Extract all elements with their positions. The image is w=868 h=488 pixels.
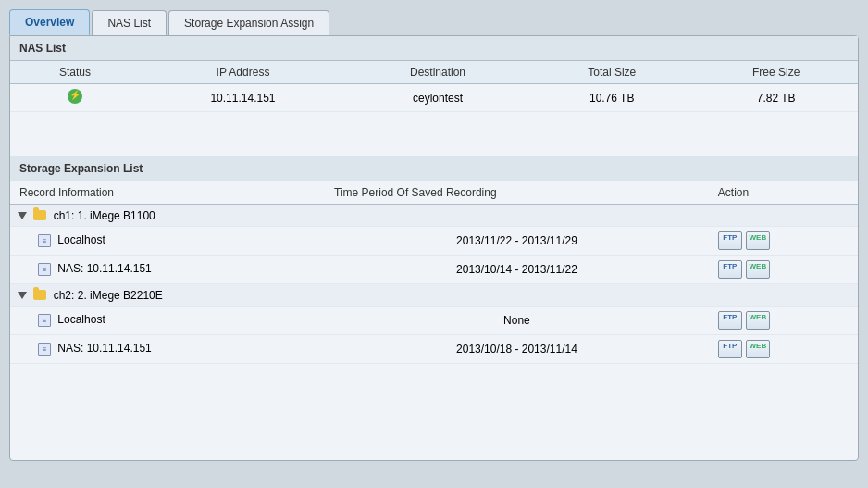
web-button[interactable]: WEB xyxy=(746,231,770,250)
nas-destination: ceylontest xyxy=(346,84,529,112)
child-record-name: Localhost xyxy=(57,313,105,326)
tab-bar: Overview NAS List Storage Expansion Assi… xyxy=(9,9,859,35)
storage-group-row: ch2: 2. iMege B2210E xyxy=(10,283,858,306)
storage-scroll[interactable]: Record Information Time Period Of Saved … xyxy=(10,181,858,394)
col-ip: IP Address xyxy=(140,61,346,84)
ftp-button[interactable]: FTP xyxy=(718,340,742,358)
doc-icon: ≡ xyxy=(38,234,51,247)
action-icons: FTP WEB xyxy=(718,231,849,250)
nas-list-section: NAS List Status IP Address Destination T… xyxy=(10,36,858,156)
child-record-cell: ≡ NAS: 10.11.14.151 xyxy=(10,255,325,283)
child-action-cell: FTP WEB xyxy=(709,255,858,283)
col-total-size: Total Size xyxy=(529,61,694,84)
tab-storage-expansion-assign[interactable]: Storage Expansion Assign xyxy=(168,10,329,35)
child-time-period: None xyxy=(325,306,709,334)
doc-icon: ≡ xyxy=(38,343,51,356)
action-icons: FTP WEB xyxy=(718,311,849,330)
ftp-button[interactable]: FTP xyxy=(718,260,742,279)
group-name: ch1: 1. iMege B1100 xyxy=(54,209,155,222)
group-label-cell: ch2: 2. iMege B2210E xyxy=(10,283,858,306)
child-record-name: NAS: 10.11.14.151 xyxy=(57,262,151,275)
storage-child-row: ≡ Localhost 2013/11/22 - 2013/11/29 FTP … xyxy=(10,226,858,255)
ftp-button[interactable]: FTP xyxy=(718,231,742,250)
storage-expansion-section: Storage Expansion List Record Informatio… xyxy=(10,156,858,394)
tab-nas-list[interactable]: NAS List xyxy=(92,10,167,35)
main-container: Overview NAS List Storage Expansion Assi… xyxy=(0,0,868,488)
nas-status-cell xyxy=(10,84,140,112)
child-time-period: 2013/10/14 - 2013/11/22 xyxy=(325,255,709,283)
col-free-size: Free Size xyxy=(694,61,858,84)
nas-total-size: 10.76 TB xyxy=(529,84,694,112)
nas-table-header-row: Status IP Address Destination Total Size… xyxy=(10,61,858,84)
action-icons: FTP WEB xyxy=(718,340,849,358)
child-action-cell: FTP WEB xyxy=(709,306,858,334)
child-action-cell: FTP WEB xyxy=(709,334,858,363)
child-action-cell: FTP WEB xyxy=(709,226,858,255)
nas-table-container: Status IP Address Destination Total Size… xyxy=(10,61,858,112)
storage-section-header: Storage Expansion List xyxy=(10,156,858,181)
web-button[interactable]: WEB xyxy=(746,260,770,279)
group-label-cell: ch1: 1. iMege B1100 xyxy=(10,205,858,227)
content-area: NAS List Status IP Address Destination T… xyxy=(9,35,859,461)
storage-header-row: Record Information Time Period Of Saved … xyxy=(10,181,858,205)
web-button[interactable]: WEB xyxy=(746,311,770,330)
col-status: Status xyxy=(10,61,140,84)
web-button[interactable]: WEB xyxy=(746,340,770,358)
child-time-period: 2013/10/18 - 2013/11/14 xyxy=(325,334,709,363)
nas-table: Status IP Address Destination Total Size… xyxy=(10,61,858,112)
action-icons: FTP WEB xyxy=(718,260,849,279)
nas-section-header: NAS List xyxy=(10,36,858,61)
storage-table: Record Information Time Period Of Saved … xyxy=(10,181,858,364)
child-record-cell: ≡ Localhost xyxy=(10,226,325,255)
storage-table-wrapper: Record Information Time Period Of Saved … xyxy=(10,181,858,394)
nas-free-size: 7.82 TB xyxy=(694,84,858,112)
doc-icon: ≡ xyxy=(38,314,51,327)
col-destination: Destination xyxy=(346,61,529,84)
doc-icon: ≡ xyxy=(38,263,51,276)
child-record-cell: ≡ NAS: 10.11.14.151 xyxy=(10,334,325,363)
child-record-name: NAS: 10.11.14.151 xyxy=(57,342,151,355)
storage-col-record: Record Information xyxy=(10,181,325,205)
status-online-icon xyxy=(68,89,82,104)
tab-overview[interactable]: Overview xyxy=(9,9,90,35)
storage-group-row: ch1: 1. iMege B1100 xyxy=(10,205,858,227)
child-record-cell: ≡ Localhost xyxy=(10,306,325,334)
group-name: ch2: 2. iMege B2210E xyxy=(54,289,163,302)
storage-child-row: ≡ NAS: 10.11.14.151 2013/10/14 - 2013/11… xyxy=(10,255,858,283)
expand-icon[interactable] xyxy=(18,292,27,299)
storage-child-row: ≡ NAS: 10.11.14.151 2013/10/18 - 2013/11… xyxy=(10,334,858,363)
nas-table-row: 10.11.14.151 ceylontest 10.76 TB 7.82 TB xyxy=(10,84,858,112)
storage-col-action: Action xyxy=(709,181,858,205)
child-record-name: Localhost xyxy=(57,233,105,246)
storage-col-time: Time Period Of Saved Recording xyxy=(325,181,709,205)
nas-ip: 10.11.14.151 xyxy=(140,84,346,112)
ftp-button[interactable]: FTP xyxy=(718,311,742,330)
folder-icon xyxy=(33,210,46,220)
storage-child-row: ≡ Localhost None FTP WEB xyxy=(10,306,858,334)
folder-icon xyxy=(33,290,46,300)
expand-icon[interactable] xyxy=(18,212,27,219)
child-time-period: 2013/11/22 - 2013/11/29 xyxy=(325,226,709,255)
